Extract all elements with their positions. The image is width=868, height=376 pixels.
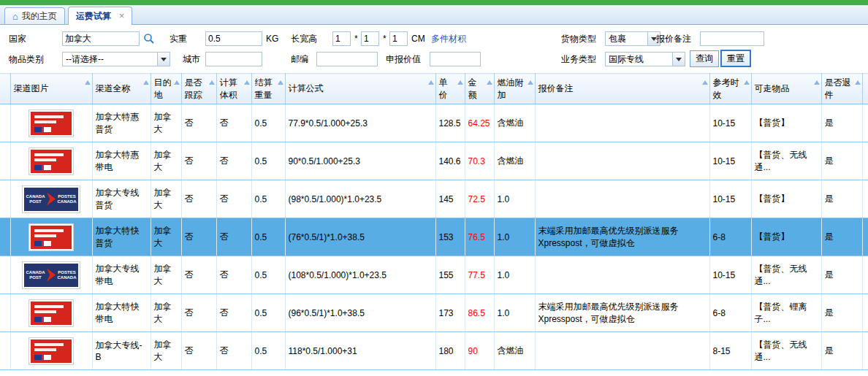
- cell-items: 【普货、锂离子...: [751, 294, 821, 332]
- column-header-weight[interactable]: 结算重量: [251, 74, 285, 104]
- sort-icon: [174, 80, 180, 85]
- cell-name: 加拿大特快普货: [92, 218, 151, 256]
- cell-amount: 64.25: [465, 104, 494, 142]
- row-select-strip: [0, 218, 10, 256]
- column-header-image[interactable]: 渠道图片: [10, 74, 92, 104]
- column-header-amount[interactable]: 金额: [465, 74, 494, 104]
- dropdown-arrow-icon[interactable]: [672, 53, 685, 66]
- length-input[interactable]: [332, 31, 351, 46]
- table-row[interactable]: CANADA POSTPOSTES CANADA加拿大专线普货加拿大否否0.5(…: [0, 180, 868, 218]
- cell-name: 加拿大特快带电: [92, 294, 151, 332]
- multi-piece-volume-link[interactable]: 多件材积: [431, 31, 466, 46]
- table-row[interactable]: 加拿大特惠带电加拿大否否0.590*0.5/1.000+25.3140.670.…: [0, 142, 868, 180]
- cell-tracked: 否: [181, 256, 216, 294]
- cell-dest: 加拿大: [151, 180, 181, 218]
- column-header-formula[interactable]: 计算公式: [285, 74, 435, 104]
- cell-tracked: 否: [181, 332, 216, 370]
- sort-icon: [528, 80, 533, 85]
- reset-button[interactable]: 重置: [720, 50, 751, 67]
- cell-fuel: 1.0: [494, 294, 535, 332]
- cell-remark: 末端采用加邮最高优先级别派送服务Xpresspost，可做虚拟仓: [535, 218, 709, 256]
- cell-formula: (98*0.5/1.000)*1.0+23.5: [285, 180, 435, 218]
- city-input[interactable]: [205, 52, 262, 66]
- cell-volume: 否: [216, 180, 251, 218]
- column-header-dest[interactable]: 目的地: [151, 74, 181, 104]
- cell-unit_price: 128.5: [435, 104, 465, 142]
- tab-my-homepage[interactable]: ⌂ 我的主页: [4, 7, 65, 24]
- cell-weight: 0.5: [251, 218, 285, 256]
- cell-items: 【普货、无线通...: [751, 332, 821, 370]
- cell-returnable: 是: [821, 256, 862, 294]
- item-category-label: 物品类别: [9, 52, 44, 66]
- cell-name: 加拿大特惠带电: [92, 142, 151, 180]
- cell-tracked: 否: [181, 294, 216, 332]
- cell-volume: 否: [216, 218, 251, 256]
- column-header-tracked[interactable]: 是否跟踪: [181, 74, 216, 104]
- height-input[interactable]: [389, 31, 408, 46]
- declared-value-input[interactable]: [430, 52, 481, 66]
- quote-remark-label: 报价备注: [656, 31, 691, 46]
- canada-post-navy-logo: CANADA POSTPOSTES CANADA: [22, 261, 80, 289]
- column-header-time[interactable]: 参考时效: [709, 74, 751, 104]
- column-header-name[interactable]: 渠道全称: [92, 74, 151, 104]
- row-select-strip: [0, 294, 10, 332]
- country-input[interactable]: [62, 31, 140, 46]
- column-header-returnable[interactable]: 是否退件: [821, 74, 862, 104]
- search-icon[interactable]: [143, 33, 155, 45]
- column-header-unit-price[interactable]: 单价: [435, 74, 465, 104]
- cell-fuel: 含燃油: [494, 142, 535, 180]
- sort-icon: [814, 80, 820, 85]
- cargo-type-select[interactable]: 包裹: [605, 31, 660, 46]
- tab-label: 我的主页: [22, 10, 57, 23]
- canada-post-red-logo: [28, 110, 74, 137]
- column-header-items[interactable]: 可走物品: [751, 74, 821, 104]
- cell-name: 加拿大专线-B: [92, 332, 151, 370]
- cell-image: [10, 332, 92, 370]
- cell-items: 【普货】: [751, 180, 821, 218]
- cell-dest: 加拿大: [151, 104, 181, 142]
- close-icon[interactable]: ×: [119, 12, 125, 20]
- cell-unit_price: 180: [435, 332, 465, 370]
- width-input[interactable]: [361, 31, 379, 46]
- table-row[interactable]: CANADA POSTPOSTES CANADA加拿大专线带电加拿大否否0.5(…: [0, 256, 868, 294]
- business-type-select[interactable]: 国际专线: [605, 52, 685, 66]
- table-row[interactable]: 加拿大专线-B加拿大否否0.5118*0.5/1.000+3118090含燃油8…: [0, 332, 868, 370]
- cargo-type-value: 包裹: [606, 32, 647, 45]
- cell-amount: 77.5: [465, 256, 494, 294]
- column-header-volume[interactable]: 计算体积: [216, 74, 251, 104]
- declared-value-label: 申报价值: [386, 52, 421, 66]
- tab-freight-calculation[interactable]: 运费试算 ×: [68, 7, 133, 25]
- clipped-cell: [862, 218, 868, 256]
- cell-dest: 加拿大: [151, 332, 181, 370]
- cell-name: 加拿大专线普货: [92, 180, 151, 218]
- actual-weight-label: 实重: [170, 31, 187, 46]
- clipped-cell: [862, 104, 868, 142]
- clipped-cell: [862, 142, 868, 180]
- table-row[interactable]: 加拿大特快普货加拿大否否0.5(76*0.5/1)*1.0+38.515376.…: [0, 218, 868, 256]
- dimensions-label: 长宽高: [291, 31, 317, 46]
- dimension-separator: *: [383, 31, 387, 46]
- cell-fuel: 1.0: [494, 256, 535, 294]
- query-button[interactable]: 查询: [690, 50, 719, 67]
- actual-weight-input[interactable]: [205, 31, 262, 46]
- cell-image: [10, 218, 92, 256]
- column-header-remark[interactable]: 报价备注: [535, 74, 709, 104]
- column-header-fuel[interactable]: 燃油附加: [494, 74, 535, 104]
- dropdown-arrow-icon[interactable]: [157, 53, 170, 66]
- table-row[interactable]: 加拿大特惠普货加拿大否否0.577.9*0.5/1.000+25.3128.56…: [0, 104, 868, 142]
- row-select-strip: [0, 142, 10, 180]
- cell-weight: 0.5: [251, 332, 285, 370]
- top-accent-bar: [0, 0, 868, 5]
- item-category-select[interactable]: --请选择--: [62, 52, 170, 66]
- country-label: 国家: [9, 31, 26, 46]
- city-label: 城市: [183, 52, 200, 66]
- cell-fuel: 含燃油: [494, 104, 535, 142]
- quote-remark-input[interactable]: [700, 31, 764, 46]
- postcode-input[interactable]: [316, 52, 378, 66]
- table-row[interactable]: 加拿大特快带电加拿大否否0.5(96*0.5/1)*1.0+38.517386.…: [0, 294, 868, 332]
- business-type-label: 业务类型: [561, 52, 596, 66]
- cell-amount: 90: [465, 332, 494, 370]
- cell-fuel: 含燃油: [494, 332, 535, 370]
- row-select-strip: [0, 104, 10, 142]
- cell-volume: 否: [216, 294, 251, 332]
